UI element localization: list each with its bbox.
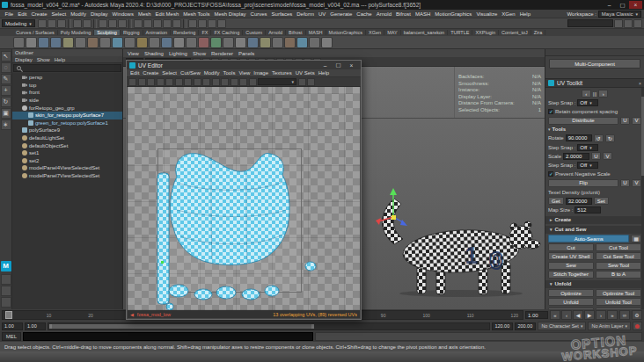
frame-all-icon[interactable] — [239, 78, 247, 86]
texel-density-set-button[interactable]: Set — [594, 197, 609, 205]
shelf-icon[interactable] — [247, 37, 259, 48]
menubar-item[interactable]: Mesh — [135, 11, 153, 17]
shelf-tab[interactable]: Poly Modeling — [58, 30, 95, 35]
last-tool-icon[interactable]: ∗ — [1, 119, 11, 130]
viewport-menu-item[interactable]: Show — [193, 51, 206, 56]
outliner-item[interactable]: set2 — [12, 157, 122, 165]
shelf-tab[interactable]: FX Caching — [211, 30, 243, 35]
scale-tool-icon[interactable]: ▣ — [1, 108, 11, 119]
step-forward-icon[interactable]: › — [596, 310, 606, 320]
shelf-icon[interactable] — [75, 37, 86, 48]
uv-snapshot-icon[interactable] — [298, 78, 306, 86]
uv-minimize-button[interactable]: – — [318, 62, 332, 69]
section-open-icon[interactable]: ▾ — [548, 127, 551, 132]
texel-density-field[interactable]: 32.0000 — [566, 198, 592, 205]
outliner-item[interactable]: set1 — [12, 149, 122, 157]
outliner-menu-item[interactable]: Display — [15, 57, 33, 62]
unfold-section-header[interactable]: ▾ Unfold — [545, 280, 644, 288]
construction-history-icon[interactable] — [188, 19, 197, 28]
range-slider-handle[interactable] — [49, 324, 314, 329]
uv-editor-menu-item[interactable]: Create — [143, 70, 158, 76]
step-back-icon[interactable]: ‹ — [561, 310, 572, 320]
shelf-icon[interactable] — [161, 37, 172, 48]
grid-snap-icon[interactable] — [194, 78, 201, 86]
shelf-tab[interactable]: balancent_sarekon — [401, 30, 448, 35]
menubar-item[interactable]: Create — [29, 11, 49, 17]
play-forwards-icon[interactable]: ▶ — [584, 310, 595, 320]
animation-start-field[interactable]: 1.00 — [2, 322, 23, 330]
pivot-widget[interactable]: ||| — [593, 91, 597, 97]
shelf-icon[interactable] — [38, 37, 49, 48]
current-time-marker[interactable] — [5, 311, 12, 319]
workspace-select[interactable]: Maya Classic ▾ — [598, 11, 641, 18]
shelf-tab[interactable]: XGen — [366, 30, 384, 35]
shelf-icon[interactable] — [321, 37, 333, 48]
uv-texture-select[interactable]: ▾ — [258, 78, 296, 85]
step-snap-select[interactable]: Off ▾ — [577, 99, 598, 106]
outliner-search-input[interactable] — [13, 64, 121, 72]
menubar-item[interactable]: Help — [517, 11, 532, 17]
open-scene-icon[interactable] — [48, 19, 56, 28]
texture-borders-icon[interactable] — [184, 78, 192, 86]
scale-u-button[interactable]: U — [591, 152, 601, 160]
frame-selection-icon[interactable] — [249, 78, 257, 86]
cut-sew-tool-button[interactable]: Cut Sew Tool — [596, 252, 641, 260]
scale-uv-icon[interactable] — [147, 78, 155, 86]
move-uv-icon[interactable] — [128, 78, 136, 86]
menubar-item[interactable]: Mesh Tools — [181, 11, 212, 17]
go-to-start-icon[interactable]: « — [550, 310, 560, 320]
snap-curve-icon[interactable] — [143, 19, 152, 28]
rotate-tool-icon[interactable]: ↻ — [1, 97, 11, 107]
uv-editor-menu-item[interactable]: Image — [253, 70, 268, 76]
single-pane-layout-icon[interactable] — [1, 274, 11, 285]
unfold-tool-button[interactable]: Optimize Tool — [596, 289, 641, 297]
shelf-icon[interactable] — [186, 37, 197, 48]
create-section-header[interactable]: ▸ Create — [545, 216, 644, 224]
snap-point-icon[interactable] — [153, 19, 162, 28]
pivot-next-icon[interactable]: › — [598, 90, 608, 98]
menubar-item[interactable]: Select — [49, 11, 69, 17]
flip-v-button[interactable]: V — [632, 179, 641, 187]
shelf-tab[interactable]: Custom — [243, 30, 266, 35]
cut-sew-button[interactable]: Stitch Together — [548, 271, 594, 279]
menubar-item[interactable]: Visualize — [474, 11, 500, 17]
menubar-item[interactable]: Curves — [248, 11, 269, 17]
menubar-item[interactable]: Cache — [355, 11, 374, 17]
outliner-item[interactable]: polySurface9 — [12, 127, 122, 134]
outliner-item[interactable]: modelPanel7ViewSelectedSet — [12, 172, 122, 180]
uv-editor-menu-item[interactable]: Edit — [130, 70, 139, 76]
menubar-item[interactable]: MotionGraphics — [433, 11, 474, 17]
texel-density-get-button[interactable]: Get — [548, 197, 564, 205]
pivot-prev-icon[interactable]: ‹ — [582, 90, 591, 98]
shelf-icon[interactable] — [284, 37, 296, 48]
playback-end-field[interactable]: 120.00 — [492, 322, 513, 330]
outliner-item[interactable]: forRetopo_geo_grp — [12, 104, 122, 112]
attribute-editor-icon[interactable] — [614, 19, 623, 28]
outliner-menu-item[interactable]: Help — [55, 57, 65, 62]
four-pane-layout-icon[interactable] — [1, 286, 11, 296]
outliner-item[interactable]: defaultObjectSet — [12, 141, 122, 149]
animation-preferences-icon[interactable]: ⚙ — [632, 310, 642, 320]
rotate-value-field[interactable]: 90.0000 — [566, 134, 592, 141]
scale-step-snap-select[interactable]: Off ▾ — [577, 162, 598, 169]
outliner-menu-item[interactable]: Show — [37, 57, 50, 62]
channel-box-icon[interactable] — [633, 19, 642, 28]
ipr-render-icon[interactable] — [208, 19, 216, 28]
shelf-icon[interactable] — [198, 37, 209, 48]
range-slider-track[interactable] — [48, 322, 490, 330]
cut-sew-button[interactable]: Cut — [548, 243, 594, 251]
uv-editor-window[interactable]: UV Editor – ▢ × EditCreateSelectCut/SewM… — [126, 60, 362, 320]
playback-start-field[interactable]: 1.00 — [25, 322, 46, 330]
select-component-icon[interactable] — [118, 19, 127, 28]
shelf-icon[interactable] — [13, 37, 25, 48]
outliner-item[interactable]: side — [12, 97, 122, 105]
animation-end-field[interactable]: 200.00 — [515, 322, 536, 330]
cut-and-sew-section-header[interactable]: ▾ Cut and Sew — [545, 226, 644, 234]
dim-image-icon[interactable] — [221, 78, 229, 86]
menubar-item[interactable]: MASH — [413, 11, 433, 17]
menubar-item[interactable]: Display — [88, 11, 110, 17]
cut-sew-tool-button[interactable]: Cut Tool — [596, 243, 641, 251]
shelf-icon[interactable] — [210, 37, 222, 48]
shelf-tab[interactable]: FX — [199, 30, 211, 35]
menubar-item[interactable]: Deform — [295, 11, 317, 17]
